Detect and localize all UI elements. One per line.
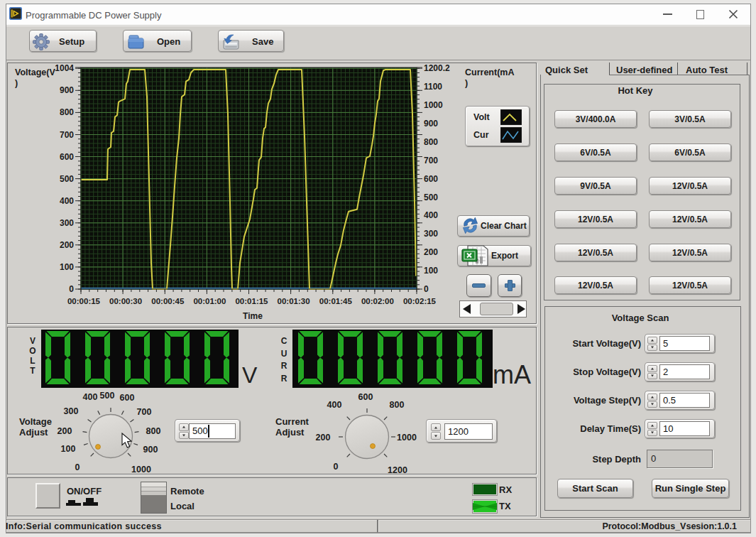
svg-text:500: 500: [100, 391, 115, 401]
svg-text:Time: Time: [243, 311, 263, 321]
svg-text:1000: 1000: [424, 100, 443, 110]
svg-text:600: 600: [358, 392, 373, 402]
svg-text:800: 800: [424, 137, 438, 147]
svg-text:800: 800: [60, 107, 74, 117]
svg-text:1200: 1200: [388, 465, 407, 475]
svg-text:00:00:45: 00:00:45: [151, 297, 185, 305]
svg-text:200: 200: [60, 240, 74, 250]
svg-text:1004: 1004: [55, 63, 74, 73]
svg-text:200: 200: [57, 426, 72, 436]
svg-text:00:01:00: 00:01:00: [193, 297, 226, 305]
svg-text:500: 500: [60, 174, 74, 184]
svg-text:0: 0: [334, 462, 339, 472]
svg-text:1000: 1000: [397, 433, 417, 443]
svg-text:600: 600: [424, 174, 438, 184]
svg-text:500: 500: [424, 192, 438, 202]
svg-text:600: 600: [60, 152, 74, 162]
svg-text:400: 400: [424, 210, 438, 220]
svg-text:300: 300: [60, 218, 74, 228]
svg-text:300: 300: [424, 229, 438, 239]
svg-text:00:00:30: 00:00:30: [109, 297, 142, 305]
svg-text:1000: 1000: [131, 465, 151, 474]
svg-text:800: 800: [390, 400, 405, 410]
svg-text:700: 700: [60, 130, 74, 140]
svg-text:300: 300: [64, 406, 79, 416]
svg-text:400: 400: [83, 392, 98, 402]
svg-text:00:01:30: 00:01:30: [278, 297, 310, 305]
svg-text:100: 100: [61, 444, 76, 454]
svg-text:400: 400: [60, 196, 74, 206]
svg-text:900: 900: [60, 85, 74, 95]
svg-text:200: 200: [424, 247, 438, 257]
svg-text:900: 900: [424, 119, 438, 129]
svg-text:700: 700: [424, 156, 438, 166]
svg-text:100: 100: [60, 262, 74, 272]
svg-text:100: 100: [424, 266, 438, 276]
svg-text:400: 400: [327, 400, 342, 410]
svg-text:00:00:15: 00:00:15: [67, 297, 101, 305]
svg-text:00:01:15: 00:01:15: [235, 297, 268, 305]
svg-text:200: 200: [316, 433, 331, 443]
svg-text:600: 600: [120, 393, 135, 403]
svg-text:900: 900: [143, 445, 158, 455]
svg-text:0: 0: [424, 284, 429, 294]
svg-text:00:02:00: 00:02:00: [361, 297, 394, 305]
svg-text:800: 800: [146, 426, 161, 436]
svg-text:1100: 1100: [424, 82, 442, 92]
svg-text:0: 0: [69, 284, 74, 294]
svg-text:1200.2: 1200.2: [424, 63, 450, 73]
svg-text:0: 0: [75, 462, 80, 472]
svg-text:00:01:45: 00:01:45: [319, 297, 353, 305]
svg-text:00:02:15: 00:02:15: [403, 297, 437, 305]
svg-text:700: 700: [137, 407, 152, 417]
